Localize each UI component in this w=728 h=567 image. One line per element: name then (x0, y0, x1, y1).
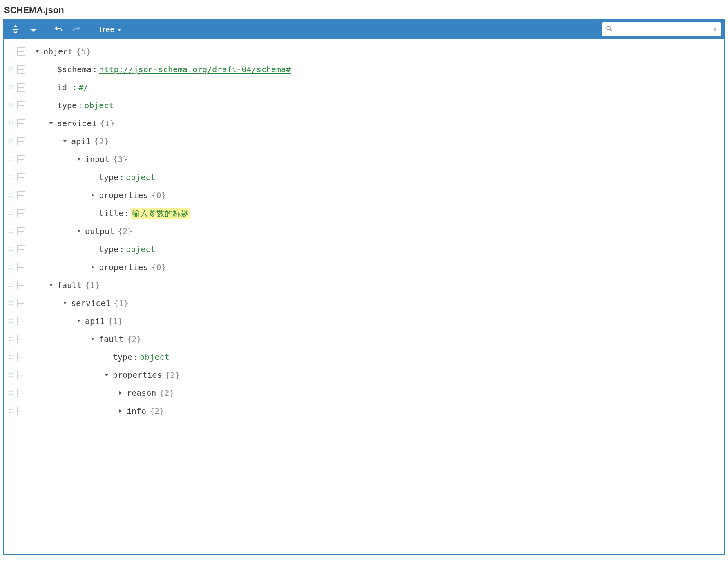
context-menu-button[interactable] (17, 407, 25, 415)
node-key[interactable]: output (85, 226, 114, 236)
mode-select[interactable]: Tree (93, 21, 127, 38)
drag-handle-icon[interactable] (7, 281, 16, 289)
node-key[interactable]: type (113, 352, 132, 362)
drag-handle-icon[interactable] (7, 65, 16, 74)
caret-down-icon[interactable] (103, 373, 110, 377)
caret-down-icon[interactable] (47, 283, 55, 288)
context-menu-button[interactable] (17, 353, 25, 361)
drag-handle-icon[interactable] (7, 209, 16, 217)
search-input[interactable] (615, 26, 710, 33)
node-key[interactable]: $schema (57, 65, 92, 74)
drag-handle-icon[interactable] (7, 119, 16, 127)
drag-handle-icon[interactable] (7, 317, 16, 325)
context-menu-button[interactable] (17, 47, 25, 56)
drag-handle-icon[interactable] (7, 137, 16, 145)
context-menu-button[interactable] (17, 263, 25, 271)
drag-handle-icon[interactable] (7, 173, 16, 181)
node-value[interactable]: object (126, 172, 155, 182)
caret-down-icon[interactable] (61, 139, 69, 144)
context-menu-button[interactable] (17, 299, 25, 307)
drag-handle-icon[interactable] (7, 191, 16, 199)
caret-down-icon[interactable] (75, 157, 83, 162)
node-key[interactable]: type (57, 100, 77, 110)
caret-down-icon[interactable] (75, 229, 83, 234)
caret-right-icon[interactable] (117, 391, 124, 395)
drag-handle-icon[interactable] (7, 155, 16, 163)
node-key[interactable]: fault (99, 334, 123, 344)
node-key[interactable]: title (99, 208, 123, 218)
context-menu-button[interactable] (17, 173, 25, 181)
node-value[interactable]: object (84, 100, 114, 110)
drag-handle-icon[interactable] (7, 245, 16, 253)
key-value-separator: : (123, 208, 131, 218)
collapse-all-button[interactable] (25, 21, 42, 38)
node-key[interactable]: api1 (71, 136, 91, 146)
caret-down-icon[interactable] (75, 319, 83, 324)
context-menu-button[interactable] (17, 119, 25, 127)
node-key[interactable]: fault (57, 280, 82, 290)
tree-row: service1{1} (4, 114, 724, 132)
expand-all-button[interactable] (7, 21, 24, 38)
svg-point-85 (12, 355, 13, 356)
drag-handle-icon[interactable] (7, 83, 16, 92)
node-key[interactable]: type (99, 244, 118, 254)
node-key[interactable]: service1 (57, 118, 96, 128)
drag-handle-icon[interactable] (7, 335, 16, 343)
drag-handle-icon[interactable] (7, 263, 16, 271)
caret-down-icon[interactable] (33, 49, 41, 54)
context-menu-button[interactable] (17, 65, 25, 74)
node-key[interactable]: service1 (71, 298, 110, 308)
svg-point-20 (9, 106, 11, 107)
caret-right-icon[interactable] (89, 193, 96, 198)
context-menu-button[interactable] (17, 191, 25, 199)
caret-down-icon[interactable] (89, 337, 96, 342)
context-menu-button[interactable] (17, 281, 25, 289)
context-menu-button[interactable] (17, 101, 25, 109)
node-key[interactable]: info (127, 406, 146, 416)
redo-button[interactable] (68, 21, 85, 38)
context-menu-button[interactable] (17, 371, 25, 379)
caret-right-icon[interactable] (89, 265, 96, 270)
node-key[interactable]: id (57, 83, 71, 92)
drag-handle-icon[interactable] (7, 227, 16, 235)
context-menu-button[interactable] (17, 317, 25, 325)
tree-row: input{3} (4, 150, 724, 168)
context-menu-button[interactable] (17, 137, 25, 145)
svg-point-24 (9, 124, 11, 125)
node-key[interactable]: reason (127, 388, 156, 398)
drag-handle-icon[interactable] (7, 407, 16, 415)
svg-point-61 (9, 268, 11, 269)
caret-down-icon[interactable] (61, 301, 69, 306)
node-value[interactable]: object (140, 352, 169, 362)
node-value[interactable]: #/ (78, 83, 88, 92)
caret-down-icon[interactable] (47, 121, 55, 126)
node-key[interactable]: input (85, 154, 109, 164)
context-menu-button[interactable] (17, 209, 25, 217)
svg-point-38 (12, 175, 13, 176)
node-key[interactable]: object (43, 47, 73, 56)
drag-handle-icon[interactable] (7, 389, 16, 397)
caret-right-icon[interactable] (117, 409, 124, 413)
drag-handle-icon[interactable] (7, 101, 16, 109)
node-key[interactable]: properties (99, 262, 148, 272)
node-value[interactable]: object (126, 244, 155, 254)
svg-point-86 (9, 358, 11, 359)
context-menu-button[interactable] (17, 155, 25, 163)
context-menu-button[interactable] (17, 227, 25, 235)
drag-handle-icon[interactable] (7, 299, 16, 307)
context-menu-button[interactable] (17, 389, 25, 397)
context-menu-button[interactable] (17, 335, 25, 343)
svg-marker-92 (105, 374, 108, 376)
node-key[interactable]: api1 (85, 316, 105, 326)
node-key[interactable]: properties (99, 190, 148, 200)
drag-handle-icon[interactable] (7, 371, 16, 379)
context-menu-button[interactable] (17, 245, 25, 253)
file-title: SCHEMA.json (3, 3, 725, 19)
drag-handle-icon[interactable] (7, 353, 16, 361)
node-key[interactable]: type (99, 172, 118, 182)
undo-button[interactable] (50, 21, 67, 38)
node-value[interactable]: http://json-schema.org/draft-04/schema# (99, 65, 291, 74)
node-value[interactable]: 输入参数的标题 (131, 208, 190, 219)
node-key[interactable]: properties (113, 370, 162, 380)
context-menu-button[interactable] (17, 83, 25, 92)
